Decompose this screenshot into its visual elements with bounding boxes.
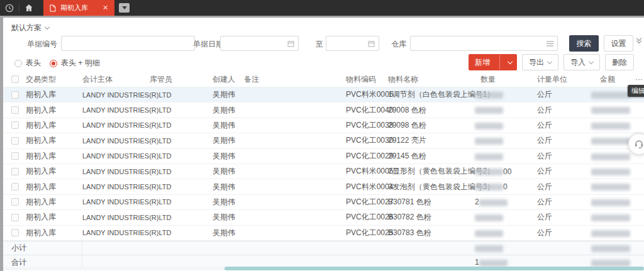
warehouse-input[interactable]	[411, 36, 547, 50]
table-row[interactable]: 期初入库 LANDY INDUSTRIES(R)LTD 吴期伟 PVC料米000…	[3, 87, 644, 102]
col-material-code[interactable]: 物料编码	[346, 74, 388, 85]
row-checkbox[interactable]	[11, 121, 19, 129]
cell-accounting-entity: LANDY INDUSTRIES(R)LTD	[82, 91, 150, 99]
blurred-value	[591, 260, 630, 267]
history-icon[interactable]	[0, 0, 19, 16]
col-amount[interactable]: 金额	[591, 74, 635, 85]
date-to-input[interactable]	[326, 36, 368, 50]
settings-button[interactable]: 设置	[604, 35, 633, 52]
cell-unit: 公斤	[537, 105, 591, 116]
calendar-icon[interactable]	[287, 40, 294, 47]
blurred-amount	[591, 214, 630, 221]
filter-scheme-dropdown[interactable]: 默认方案	[11, 23, 49, 33]
row-edit-button[interactable]: 编辑	[628, 85, 644, 97]
cell-material-code: PVC化工0027	[346, 197, 388, 207]
cell-unit: 公斤	[537, 120, 591, 131]
list-select-icon[interactable]	[547, 41, 553, 47]
col-creator[interactable]: 创建人	[213, 74, 244, 85]
add-dropdown-icon[interactable]	[504, 61, 516, 64]
horizontal-scrollbar	[3, 267, 644, 270]
cell-creator: 吴期伟	[213, 89, 244, 100]
table-row[interactable]: 期初入库 LANDY INDUSTRIES(R)LTD 吴期伟 PVC料米000…	[3, 164, 644, 179]
total-amount	[591, 258, 635, 267]
table-row[interactable]: 期初入库 LANDY INDUSTRIES(R)LTD 吴期伟 PVC化工002…	[3, 210, 644, 225]
row-checkbox[interactable]	[11, 152, 19, 160]
blurred-quantity	[475, 214, 503, 221]
scheme-row: 默认方案	[3, 18, 644, 34]
table-body: 期初入库 LANDY INDUSTRIES(R)LTD 吴期伟 PVC料米000…	[3, 87, 644, 241]
radio-header-detail[interactable]: 表头 + 明细	[50, 58, 100, 69]
table-row[interactable]: 期初入库 LANDY INDUSTRIES(R)LTD 吴期伟 PVC化工002…	[3, 195, 644, 210]
tab-initial-inbound[interactable]: 期初入库 ✕	[43, 0, 114, 16]
col-accounting-entity[interactable]: 会计主体	[82, 74, 150, 85]
cell-amount: 编辑 删除	[591, 152, 635, 160]
blurred-quantity	[475, 138, 503, 145]
table-row[interactable]: 期初入库 LANDY INDUSTRIES(R)LTD 吴期伟 PVC化工002…	[3, 226, 644, 241]
col-remark[interactable]: 备注	[244, 74, 346, 85]
cell-transaction-type: 期初入库	[26, 197, 82, 207]
add-button[interactable]: 新增	[469, 54, 517, 70]
scrollbar-thumb[interactable]	[225, 267, 644, 270]
blurred-value	[475, 245, 503, 252]
col-warehouse-keeper[interactable]: 库管员	[150, 74, 213, 85]
export-button[interactable]: 导出	[522, 54, 558, 70]
row-checkbox[interactable]	[11, 229, 19, 236]
cell-material-name: 1调节剂（白色包装袋上编号1）	[388, 89, 475, 100]
chevron-down-icon	[45, 25, 50, 30]
table-row[interactable]: 期初入库 LANDY INDUSTRIES(R)LTD 吴期伟 PVC化工002…	[3, 149, 644, 164]
cell-quantity	[475, 228, 537, 237]
date-from-input[interactable]	[221, 36, 287, 50]
home-icon[interactable]	[19, 0, 38, 16]
col-unit[interactable]: 计量单位	[537, 74, 591, 85]
total-quantity: 1	[475, 258, 537, 267]
table-header: 交易类型 会计主体 库管员 创建人 备注 物料编码 物料名称 数量 计量单位 金…	[3, 72, 644, 87]
expand-filters-icon[interactable]	[637, 38, 641, 43]
cell-accounting-entity: LANDY INDUSTRIES(R)LTD	[82, 198, 150, 206]
cell-transaction-type: 期初入库	[26, 151, 82, 162]
delete-button[interactable]: 删除	[605, 54, 634, 70]
cell-material-code: PVC化工0040	[346, 105, 388, 116]
tab-close-icon[interactable]: ✕	[103, 4, 108, 12]
cell-amount: 编辑 删除	[591, 197, 635, 206]
tab-list-dropdown[interactable]	[119, 3, 130, 13]
export-label: 导出	[529, 57, 544, 68]
row-checkbox[interactable]	[11, 183, 19, 191]
row-checkbox[interactable]	[11, 137, 19, 145]
cell-creator: 吴期伟	[213, 182, 244, 192]
cell-material-code: PVC料米0006	[346, 89, 388, 100]
row-checkbox[interactable]	[11, 198, 19, 206]
table-row[interactable]: 期初入库 LANDY INDUSTRIES(R)LTD 吴期伟 PVC化工004…	[3, 102, 644, 118]
table-row[interactable]: 期初入库 LANDY INDUSTRIES(R)LTD 吴期伟 PVC化工003…	[3, 118, 644, 133]
app-window: 期初入库 ✕ 默认方案 单据编号 单据日期	[0, 0, 644, 271]
cell-material-name: 2显形剂（黄色包装袋上编号2）	[388, 166, 475, 177]
cell-amount: 编辑 删除	[591, 91, 635, 99]
cell-accounting-entity: LANDY INDUSTRIES(R)LTD	[82, 229, 150, 236]
filter-bar: 单据编号 单据日期 至 仓库	[3, 34, 644, 53]
cell-creator: 吴期伟	[213, 166, 244, 177]
more-columns-icon[interactable]: ···	[635, 75, 644, 84]
headset-icon	[633, 138, 644, 150]
row-checkbox[interactable]	[11, 168, 19, 175]
table-row[interactable]: 期初入库 LANDY INDUSTRIES(R)LTD 吴期伟 PVC料米000…	[3, 179, 644, 194]
radio-header-only[interactable]: 表头	[14, 58, 41, 69]
cell-amount: 编辑 删除	[591, 121, 635, 130]
import-button[interactable]: 导入	[564, 54, 600, 70]
table-row[interactable]: 期初入库 LANDY INDUSTRIES(R)LTD 吴期伟 PVC化工003…	[3, 133, 644, 148]
row-checkbox[interactable]	[11, 106, 19, 114]
search-button[interactable]: 搜索	[569, 35, 599, 52]
col-material-name[interactable]: 物料名称	[388, 74, 475, 85]
row-checkbox[interactable]	[11, 91, 19, 99]
subtotal-label: 小计	[3, 241, 82, 255]
blurred-amount	[591, 199, 630, 206]
cell-amount: 编辑 删除	[591, 228, 635, 237]
doc-no-input[interactable]	[62, 36, 194, 50]
col-quantity[interactable]: 数量	[475, 74, 537, 85]
cell-quantity	[475, 121, 537, 130]
col-transaction-type[interactable]: 交易类型	[26, 74, 82, 85]
select-all-checkbox[interactable]	[11, 75, 19, 83]
chevron-down-icon	[589, 59, 594, 64]
cell-accounting-entity: LANDY INDUSTRIES(R)LTD	[82, 121, 150, 129]
calendar-icon[interactable]	[368, 40, 375, 47]
row-checkbox[interactable]	[11, 214, 19, 221]
cell-material-code: PVC化工0030	[346, 135, 388, 146]
